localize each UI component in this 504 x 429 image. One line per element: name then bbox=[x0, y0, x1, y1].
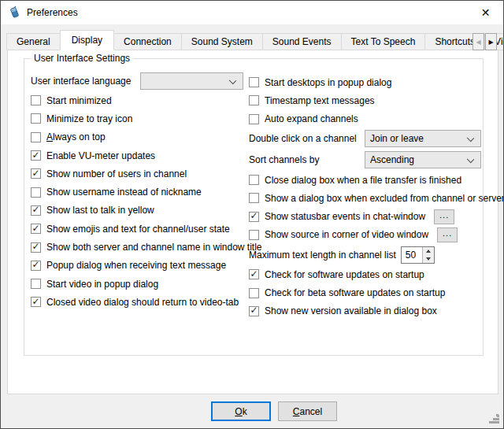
checkbox-row[interactable]: Start desktops in popup dialog bbox=[249, 73, 484, 91]
checkbox[interactable] bbox=[249, 114, 259, 124]
checkbox[interactable] bbox=[31, 297, 41, 307]
checkbox-row[interactable]: Show last to talk in yellow bbox=[31, 202, 245, 220]
dropdown-row: Sort channels by Ascending bbox=[249, 150, 484, 171]
close-button[interactable]: ✕ bbox=[468, 1, 503, 24]
max-text-length-row: Maximum text length in channel list 50 bbox=[249, 244, 484, 265]
checkbox-row[interactable]: Popup dialog when receiving text message bbox=[31, 257, 245, 275]
right-checkbox-list-bottom: Check for software updates on startup Ch… bbox=[249, 265, 484, 320]
checkbox[interactable] bbox=[31, 224, 41, 234]
checkbox-row[interactable]: Closed video dialog should return to vid… bbox=[31, 293, 245, 311]
tab-label: Connection bbox=[124, 36, 172, 47]
checkbox-row[interactable]: Always on top bbox=[31, 128, 245, 146]
right-column: Start desktops in popup dialog Timestamp… bbox=[249, 73, 484, 320]
checkbox[interactable] bbox=[31, 132, 41, 142]
tab[interactable]: Sound Events bbox=[262, 33, 342, 50]
checkbox-row[interactable]: Show number of users in channel bbox=[31, 165, 245, 183]
spinner-value: 50 bbox=[406, 250, 416, 261]
checkbox-label: Start video in popup dialog bbox=[46, 279, 158, 290]
checkbox[interactable] bbox=[31, 205, 41, 216]
checkbox-label: Show last to talk in yellow bbox=[46, 205, 154, 216]
checkbox[interactable] bbox=[31, 168, 41, 179]
tab-bar: General Display Connection Sound System … bbox=[7, 32, 498, 50]
checkbox-row[interactable]: Check for beta software updates on start… bbox=[249, 283, 484, 301]
tab[interactable]: Text To Speech bbox=[341, 33, 426, 50]
checkbox-row[interactable]: Start minimized bbox=[31, 91, 245, 109]
checkbox-row[interactable]: Show both server and channel name in win… bbox=[31, 238, 245, 256]
checkbox-row[interactable]: Enable VU-meter updates bbox=[31, 146, 245, 165]
spin-down-icon[interactable] bbox=[423, 255, 434, 263]
checkbox-row[interactable]: Show a dialog box when excluded from cha… bbox=[249, 189, 484, 207]
left-checkbox-list: Start minimized Minimize to tray icon Al… bbox=[31, 91, 245, 312]
checkbox-label: Close dialog box when a file transfer is… bbox=[265, 175, 461, 186]
checkbox-row[interactable]: Minimize to tray icon bbox=[31, 109, 245, 128]
checkbox-row[interactable]: Show source in corner of video window ..… bbox=[249, 226, 484, 244]
cancel-button[interactable]: Cancel bbox=[278, 401, 337, 421]
checkbox-label: Always on top bbox=[46, 131, 106, 142]
tab-label: Sound System bbox=[191, 36, 253, 47]
checkbox[interactable] bbox=[31, 187, 41, 198]
dropdown-label: Double click on a channel bbox=[249, 133, 365, 144]
tab-strip: General Display Connection Sound System … bbox=[7, 33, 504, 50]
tab-label: Shortcuts bbox=[435, 36, 475, 47]
left-column: User interface language Start minimized bbox=[31, 70, 245, 312]
max-text-length-spinner[interactable]: 50 bbox=[401, 246, 435, 264]
checkbox-row[interactable]: Start video in popup dialog bbox=[31, 275, 245, 293]
checkbox-label: Closed video dialog should return to vid… bbox=[46, 297, 239, 308]
checkbox-row[interactable]: Show emojis and text for channel/user st… bbox=[31, 220, 245, 238]
tab[interactable]: Display bbox=[60, 30, 114, 50]
spin-up-icon[interactable] bbox=[423, 247, 434, 255]
checkbox[interactable] bbox=[249, 175, 259, 185]
tab-scroll-right-icon[interactable]: ▶ bbox=[485, 33, 497, 50]
tab-scrollers: ◀ ▶ bbox=[472, 33, 497, 50]
checkbox[interactable] bbox=[31, 113, 41, 124]
checkbox[interactable] bbox=[249, 193, 259, 203]
checkbox-row[interactable]: Timestamp text messages bbox=[249, 91, 484, 109]
checkbox-label: Check for beta software updates on start… bbox=[265, 287, 445, 298]
user-interface-settings-group: User Interface Settings User interface l… bbox=[24, 58, 484, 356]
checkbox-label: Start minimized bbox=[46, 95, 112, 106]
dropdown-combobox[interactable]: Join or leave bbox=[365, 130, 481, 147]
spinner-label: Maximum text length in channel list bbox=[249, 250, 396, 261]
checkbox[interactable] bbox=[249, 269, 259, 279]
dropdown-combobox[interactable]: Ascending bbox=[365, 151, 481, 168]
checkbox-label: Show new version available in dialog box bbox=[265, 305, 437, 316]
checkbox-label: Show statusbar events in chat-window bbox=[265, 211, 425, 222]
tab[interactable]: General bbox=[6, 33, 61, 50]
checkbox[interactable] bbox=[249, 306, 259, 316]
checkbox[interactable] bbox=[31, 150, 41, 161]
checkbox[interactable] bbox=[31, 261, 41, 271]
checkbox[interactable] bbox=[249, 95, 259, 105]
tab-scroll-left-icon[interactable]: ◀ bbox=[472, 33, 484, 50]
chevron-down-icon bbox=[467, 156, 474, 163]
language-combobox[interactable] bbox=[140, 72, 243, 90]
tab-label: Sound Events bbox=[272, 36, 332, 47]
dropdown-value: Ascending bbox=[370, 154, 414, 165]
checkbox-row[interactable]: Show statusbar events in chat-window ... bbox=[249, 207, 484, 225]
checkbox[interactable] bbox=[31, 279, 41, 289]
tab[interactable]: Connection bbox=[113, 33, 182, 50]
checkbox-label: Auto expand channels bbox=[265, 113, 358, 124]
ellipsis-button[interactable]: ... bbox=[434, 209, 454, 224]
app-icon bbox=[8, 6, 20, 19]
right-checkbox-list-top: Start desktops in popup dialog Timestamp… bbox=[249, 73, 484, 128]
checkbox-row[interactable]: Check for software updates on startup bbox=[249, 265, 484, 283]
chevron-down-icon bbox=[229, 76, 236, 83]
title-bar: Preferences ✕ bbox=[1, 1, 503, 24]
checkbox-label: Show number of users in channel bbox=[46, 168, 187, 179]
checkbox[interactable] bbox=[31, 242, 41, 253]
ellipsis-button[interactable]: ... bbox=[437, 227, 458, 242]
checkbox[interactable] bbox=[249, 230, 259, 240]
checkbox[interactable] bbox=[249, 77, 259, 87]
checkbox[interactable] bbox=[31, 95, 41, 105]
checkbox-row[interactable]: Show new version available in dialog box bbox=[249, 302, 484, 320]
checkbox-row[interactable]: Auto expand channels bbox=[249, 110, 484, 128]
checkbox[interactable] bbox=[249, 288, 259, 298]
checkbox[interactable] bbox=[249, 212, 259, 222]
tab[interactable]: Sound System bbox=[181, 33, 263, 50]
window-title: Preferences bbox=[27, 7, 78, 18]
resize-grip[interactable] bbox=[489, 414, 499, 424]
dropdown-value: Join or leave bbox=[370, 133, 424, 144]
ok-button[interactable]: Ok bbox=[211, 401, 271, 421]
checkbox-row[interactable]: Close dialog box when a file transfer is… bbox=[249, 171, 484, 189]
checkbox-row[interactable]: Show username instead of nickname bbox=[31, 183, 245, 201]
